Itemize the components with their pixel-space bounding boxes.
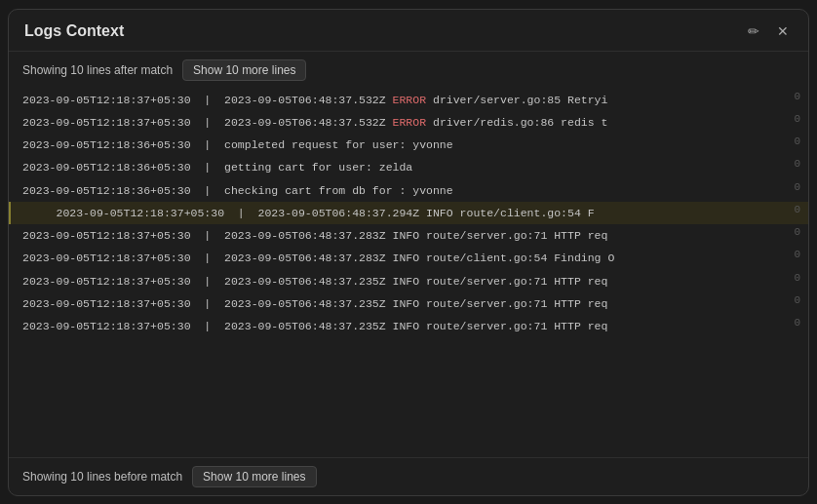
table-row: 2023-09-05T12:18:37+05:30 | 2023-09-05T0…: [9, 247, 808, 269]
log-text: 2023-09-05T12:18:36+05:30 | checking car…: [9, 180, 477, 201]
table-row: 2023-09-05T12:18:36+05:30 | checking car…: [9, 179, 808, 202]
table-row: 2023-09-05T12:18:37+05:30 | 2023-09-05T0…: [9, 224, 808, 247]
log-text: 2023-09-05T12:18:37+05:30 | 2023-09-05T0…: [9, 316, 631, 336]
bottom-bar: Showing 10 lines before match Show 10 mo…: [9, 457, 808, 495]
log-text: 2023-09-05T12:18:37+05:30 | 2023-09-05T0…: [9, 248, 638, 268]
log-text: 2023-09-05T12:18:37+05:30 | 2023-09-05T0…: [9, 90, 631, 110]
edit-button[interactable]: ✏: [744, 21, 763, 41]
table-row: 2023-09-05T12:18:37+05:30 | 2023-09-05T0…: [9, 292, 808, 315]
log-text: 2023-09-05T12:18:37+05:30 | 2023-09-05T0…: [9, 271, 631, 291]
log-number: 0: [791, 204, 808, 215]
table-row: 2023-09-05T12:18:36+05:30 | getting cart…: [9, 156, 808, 178]
log-number: 0: [791, 158, 808, 170]
log-text: 2023-09-05T12:18:37+05:30 | 2023-09-05T0…: [9, 225, 631, 246]
show-more-top-button[interactable]: Show 10 more lines: [182, 59, 306, 81]
log-text: 2023-09-05T12:18:37+05:30 | 2023-09-05T0…: [11, 203, 618, 223]
log-number: 0: [791, 272, 808, 284]
logs-context-modal: Logs Context ✏ ✕ Showing 10 lines after …: [8, 9, 809, 496]
log-text: 2023-09-05T12:18:36+05:30 | getting cart…: [9, 157, 436, 177]
show-more-bottom-button[interactable]: Show 10 more lines: [192, 466, 316, 487]
table-row: 2023-09-05T12:18:37+05:30 | 2023-09-05T0…: [9, 202, 808, 224]
top-bar: Showing 10 lines after match Show 10 mor…: [9, 52, 808, 89]
table-row: 2023-09-05T12:18:37+05:30 | 2023-09-05T0…: [9, 270, 808, 292]
table-row: 2023-09-05T12:18:37+05:30 | 2023-09-05T0…: [9, 89, 808, 111]
log-number: 0: [791, 91, 808, 102]
close-icon: ✕: [777, 23, 789, 39]
log-number: 0: [791, 181, 808, 193]
log-number: 0: [791, 249, 808, 260]
log-number: 0: [791, 136, 808, 147]
bottom-bar-label: Showing 10 lines before match: [22, 470, 182, 484]
pencil-icon: ✏: [748, 23, 759, 39]
log-number: 0: [791, 113, 808, 125]
log-text: 2023-09-05T12:18:37+05:30 | 2023-09-05T0…: [9, 293, 631, 314]
log-number: 0: [791, 226, 808, 238]
top-bar-label: Showing 10 lines after match: [22, 63, 173, 77]
log-container[interactable]: 2023-09-05T12:18:37+05:30 | 2023-09-05T0…: [9, 89, 808, 457]
table-row: 2023-09-05T12:18:36+05:30 | completed re…: [9, 134, 808, 156]
table-row: 2023-09-05T12:18:37+05:30 | 2023-09-05T0…: [9, 111, 808, 134]
modal-header: Logs Context ✏ ✕: [9, 10, 808, 52]
log-text: 2023-09-05T12:18:37+05:30 | 2023-09-05T0…: [9, 112, 631, 133]
modal-title: Logs Context: [24, 22, 124, 40]
close-button[interactable]: ✕: [773, 21, 793, 41]
log-text: 2023-09-05T12:18:36+05:30 | completed re…: [9, 135, 477, 155]
log-number: 0: [791, 317, 808, 329]
header-icons: ✏ ✕: [744, 21, 793, 41]
table-row: 2023-09-05T12:18:37+05:30 | 2023-09-05T0…: [9, 315, 808, 337]
log-number: 0: [791, 294, 808, 306]
